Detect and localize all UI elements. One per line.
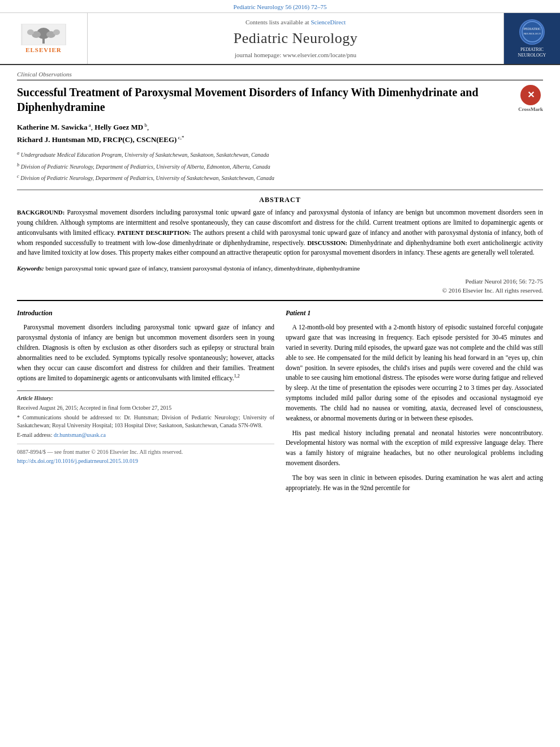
author-2-name: Helly Goez MD (94, 123, 143, 131)
citation-line2: © 2016 Elsevier Inc. All rights reserved… (17, 286, 543, 295)
patient1-heading: Patient 1 (286, 308, 543, 319)
journal-citation: Pediatric Neurology 56 (2016) 72–75 (234, 3, 327, 10)
citation-info: Pediatr Neurol 2016; 56: 72-75 © 2016 El… (17, 277, 543, 295)
abstract-text: BACKGROUND: Paroxysmal movement disorder… (17, 208, 543, 258)
abstract-title: ABSTRACT (17, 196, 543, 204)
email-link[interactable]: dr.huntsman@usask.ca (54, 432, 106, 438)
svg-point-5 (27, 29, 34, 35)
email-line: E-mail address: dr.huntsman@usask.ca (17, 431, 274, 439)
svg-point-6 (53, 29, 60, 35)
patient1-paragraph1: A 12-month-old boy presented with a 2-mo… (286, 323, 543, 423)
pn-logo: PEDIATRIC NEUROLOGY PEDIATRICNEUROLOGY (518, 19, 546, 58)
pn-logo-circle: PEDIATRIC NEUROLOGY (519, 19, 545, 45)
crossmark-label: CrossMark (518, 106, 543, 113)
author-1-name: Katherine M. Sawicka (17, 123, 88, 131)
main-content: Clinical Observations Successful Treatme… (0, 65, 560, 497)
crossmark-area: ✕ CrossMark (518, 85, 543, 113)
article-footer: Article History: Received August 26, 201… (17, 390, 274, 439)
elsevier-tree-graphic (21, 24, 66, 45)
correspondence-line: * Communications should be addressed to:… (17, 414, 274, 430)
crossmark-icon: ✕ (520, 85, 541, 105)
section-label: Clinical Observations (17, 65, 543, 80)
right-column: Patient 1 A 12-month-old boy presented w… (286, 308, 543, 498)
left-column: Introduction Paroxysmal movement disorde… (17, 308, 274, 498)
authors-section: Katherine M. Sawicka a, Helly Goez MD b,… (17, 121, 543, 146)
pn-logo-text: PEDIATRICNEUROLOGY (518, 47, 546, 58)
copyright-line1: 0887-8994/$ — see front matter © 2016 El… (17, 448, 274, 457)
ref-1-2: 1,2 (234, 374, 240, 379)
correspondence-text: * Communications should be addressed to:… (17, 414, 274, 428)
svg-point-7 (522, 22, 542, 42)
author-3-sup: c,* (176, 135, 184, 140)
sciencedirect-link[interactable]: ScienceDirect (311, 19, 346, 25)
pn-logo-area: PEDIATRIC NEUROLOGY PEDIATRICNEUROLOGY (503, 13, 560, 64)
discussion-label: DISCUSSION: (307, 239, 347, 246)
main-divider (17, 300, 543, 301)
journal-name: Pediatric Neurology (234, 30, 358, 47)
patient1-paragraph3: The boy was seen in clinic in between ep… (286, 473, 543, 493)
article-title-area: Successful Treatment of Paroxysmal Movem… (17, 85, 543, 114)
svg-text:NEUROLOGY: NEUROLOGY (523, 32, 541, 35)
elsevier-wordmark: ELSEVIER (25, 46, 62, 53)
introduction-heading: Introduction (17, 308, 274, 319)
article-history-heading: Article History: (17, 395, 53, 401)
citation-line1: Pediatr Neurol 2016; 56: 72-75 (17, 277, 543, 286)
keywords-section: Keywords: benign paroxysmal tonic upward… (17, 264, 543, 273)
affil-2: b Division of Pediatric Neurology, Depar… (17, 161, 543, 171)
article-history-label: Article History: (17, 394, 274, 402)
keywords-label: Keywords: (17, 265, 44, 272)
author-3-name: Richard J. Huntsman MD, FRCP(C), CSCN(EE… (17, 135, 176, 144)
top-citation-bar: Pediatric Neurology 56 (2016) 72–75 (0, 0, 560, 13)
contents-text: Contents lists available at (245, 19, 309, 25)
received-line: Received August 26, 2015; Accepted in fi… (17, 404, 274, 412)
affiliations-section: a Undergraduate Medical Education Progra… (17, 149, 543, 190)
svg-text:PEDIATRIC: PEDIATRIC (523, 27, 541, 31)
keywords-text: benign paroxysmal tonic upward gaze of i… (45, 265, 360, 272)
title-text: Successful Treatment of Paroxysmal Movem… (17, 85, 512, 114)
elsevier-logo-area: ELSEVIER (0, 13, 88, 64)
email-label: E-mail address: (17, 432, 52, 438)
patient-label: PATIENT DESCRIPTION: (117, 229, 191, 236)
abstract-section: ABSTRACT BACKGROUND: Paroxysmal movement… (17, 196, 543, 258)
doi-link[interactable]: http://dx.doi.org/10.1016/j.pediatrneuro… (17, 458, 138, 464)
journal-title-area: Contents lists available at ScienceDirec… (88, 13, 503, 64)
author-1-sup: a (88, 122, 91, 128)
body-columns: Introduction Paroxysmal movement disorde… (17, 308, 543, 498)
author-2-sup: b (143, 122, 147, 128)
introduction-paragraph: Paroxysmal movement disorders including … (17, 323, 274, 384)
background-label: BACKGROUND: (17, 209, 64, 216)
affil-3: c Division of Pediatric Neurology, Depar… (17, 173, 543, 183)
patient1-paragraph2: His past medical history including prena… (286, 428, 543, 469)
sciencedirect-notice: Contents lists available at ScienceDirec… (245, 19, 346, 25)
bottom-copyright: 0887-8994/$ — see front matter © 2016 El… (17, 444, 274, 465)
journal-header: ELSEVIER Contents lists available at Sci… (0, 13, 560, 65)
journal-homepage-url: journal homepage: www.elsevier.com/locat… (235, 51, 356, 58)
affil-1: a Undergraduate Medical Education Progra… (17, 149, 543, 160)
elsevier-logo: ELSEVIER (12, 23, 75, 54)
